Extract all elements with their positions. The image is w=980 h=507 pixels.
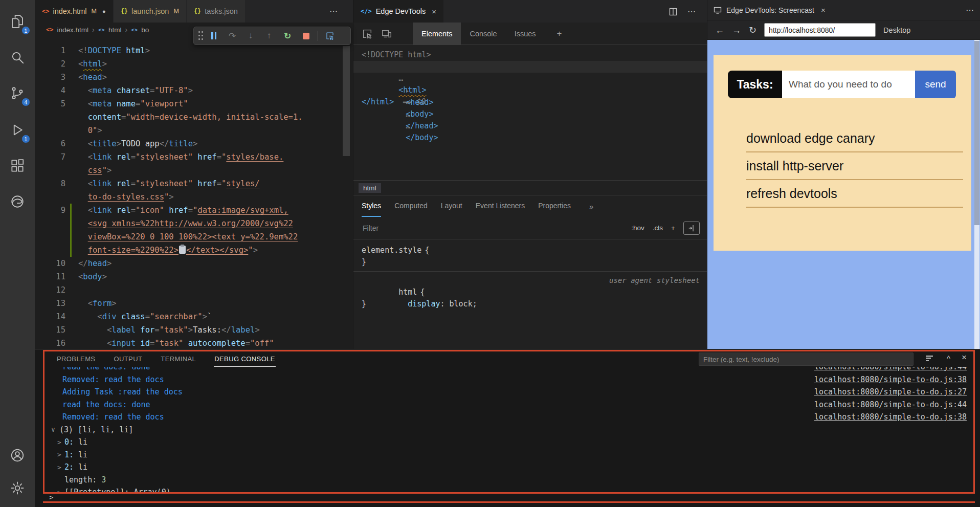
style-declaration[interactable]: display: block;	[353, 286, 707, 298]
dom-head-row[interactable]: ▸ <head> … </head>	[353, 73, 707, 84]
expand-arrow-icon[interactable]: >	[55, 464, 63, 471]
code-line[interactable]: 3<head>	[35, 71, 353, 84]
code-line[interactable]: 14 <div class="searchbar">`	[35, 310, 353, 323]
code-line[interactable]: 8 <link rel="stylesheet" href="styles/	[35, 177, 353, 190]
send-button[interactable]: send	[915, 71, 956, 98]
code-line[interactable]: 6 <title>TODO app</title>	[35, 137, 353, 150]
tab-debug-console[interactable]: DEBUG CONSOLE	[214, 350, 276, 367]
console-output[interactable]: read the docs: donelocalhost:8080/simple…	[45, 367, 972, 493]
pause-button[interactable]	[206, 28, 221, 43]
tab-problems[interactable]: PROBLEMS	[56, 350, 96, 367]
more-actions-icon[interactable]: ⋯	[966, 5, 974, 15]
todo-item[interactable]: download edge canary	[746, 129, 963, 152]
console-source-link[interactable]: localhost:8080/simple-to-do.js:38	[814, 375, 972, 384]
tab-tasks-json[interactable]: {} tasks.json	[187, 0, 246, 23]
code-line[interactable]: to-do-styles.css">	[35, 190, 353, 204]
expand-arrow-icon[interactable]: ▸	[406, 85, 413, 97]
close-icon[interactable]: ×	[821, 6, 826, 14]
inspect-button[interactable]	[322, 28, 338, 43]
dom-html-row[interactable]: … <html> == $0	[353, 61, 707, 73]
breadcrumb-body[interactable]: bo	[141, 26, 149, 34]
split-editor-icon[interactable]	[669, 8, 677, 16]
explorer-icon[interactable]: 1	[0, 9, 35, 34]
forward-icon[interactable]: →	[732, 26, 741, 35]
console-source-link[interactable]: localhost:8080/simple-to-do.js:27	[814, 387, 972, 396]
todo-item[interactable]: install http-server	[746, 157, 963, 180]
code-line[interactable]: 5 <meta name="viewport"	[35, 97, 353, 111]
dom-breadcrumb-html[interactable]: html	[359, 183, 381, 193]
settings-gear-icon[interactable]	[0, 476, 35, 500]
step-into-button[interactable]: ↓	[243, 28, 258, 43]
pseudo-class-button[interactable]: .cls	[653, 224, 663, 232]
expand-arrow-icon[interactable]: >	[55, 451, 63, 458]
tab-console[interactable]: Console	[461, 23, 505, 45]
tab-event-listeners[interactable]: Event Listeners	[476, 195, 525, 217]
device-emulation-icon[interactable]	[381, 28, 392, 39]
code-line[interactable]: <svg xmlns=%22http://www.w3.org/2000/svg…	[35, 217, 353, 230]
tab-edge-devtools[interactable]: </> Edge DevTools ×	[353, 0, 443, 23]
task-input[interactable]: What do you need to do	[782, 71, 915, 98]
page-scrollbar-thumb[interactable]	[974, 41, 979, 225]
screencast-viewport[interactable]: Tasks: What do you need to do send downl…	[707, 40, 980, 349]
style-rule-html[interactable]: html{ user agent stylesheet	[353, 275, 707, 286]
filter-lines-icon[interactable]	[926, 356, 933, 362]
breadcrumb-file[interactable]: index.html	[57, 26, 88, 34]
console-filter-input[interactable]	[699, 352, 914, 366]
new-style-rule-button[interactable]: +	[671, 224, 675, 232]
tab-terminal[interactable]: TERMINAL	[160, 350, 196, 367]
tab-styles[interactable]: Styles	[362, 195, 381, 217]
account-icon[interactable]	[0, 443, 35, 468]
tab-computed[interactable]: Computed	[394, 195, 428, 217]
todo-item[interactable]: refresh devtools	[746, 184, 963, 208]
close-panel-icon[interactable]: ×	[962, 352, 967, 363]
console-source-link[interactable]: localhost:8080/simple-to-do.js:44	[814, 367, 972, 371]
edge-devtools-icon[interactable]	[0, 189, 35, 214]
code-line[interactable]: 2<html>	[35, 57, 353, 71]
step-over-button[interactable]: ↷	[225, 28, 240, 43]
style-rule-element[interactable]: element.style{	[353, 245, 707, 256]
console-source-link[interactable]: localhost:8080/simple-to-do.js:44	[814, 400, 972, 409]
add-tab-icon[interactable]: +	[557, 29, 562, 39]
code-line[interactable]: content="width=device-width, initial-sca…	[35, 111, 353, 124]
source-control-icon[interactable]: 4	[0, 81, 35, 105]
code-editor[interactable]: 1<!DOCTYPE html>2<html>3<head>4 <meta ch…	[35, 37, 353, 349]
restart-button[interactable]: ↻	[280, 28, 295, 43]
step-out-button[interactable]: ↑	[261, 28, 277, 43]
breadcrumb-html[interactable]: html	[108, 26, 122, 34]
close-icon[interactable]: ×	[432, 7, 436, 16]
tab-output[interactable]: OUTPUT	[113, 350, 143, 367]
code-line[interactable]: 1<!DOCTYPE html>	[35, 44, 353, 57]
tab-actions-more-icon[interactable]: ⋯	[329, 6, 338, 16]
code-line[interactable]: 12	[35, 283, 353, 297]
code-line[interactable]: 7 <link rel="stylesheet" href="styles/ba…	[35, 150, 353, 164]
code-line[interactable]: 9 <link rel="icon" href="data:image/svg+…	[35, 204, 353, 217]
search-icon[interactable]	[0, 45, 35, 70]
code-line[interactable]: css">	[35, 164, 353, 177]
reload-icon[interactable]: ↻	[749, 26, 756, 35]
toggle-sidebar-button[interactable]	[683, 222, 700, 235]
maximize-panel-icon[interactable]: ^	[947, 354, 950, 363]
run-debug-icon[interactable]: 1	[0, 118, 35, 142]
tab-index-html[interactable]: <> index.html M ●	[35, 0, 114, 23]
code-line[interactable]: font-size=%2290%22></text></svg>">	[35, 244, 353, 257]
expand-arrow-icon[interactable]: >	[55, 489, 63, 493]
overflow-chevrons-icon[interactable]: »	[589, 195, 593, 217]
editor-scrollbar[interactable]	[343, 46, 350, 156]
tab-issues[interactable]: Issues	[506, 23, 545, 45]
back-icon[interactable]: ←	[715, 26, 724, 35]
code-line[interactable]: 4 <meta charset="UTF-8">	[35, 84, 353, 97]
tab-launch-json[interactable]: {} launch.json M	[114, 0, 187, 23]
code-line[interactable]: 16 <input id="task" autocomplete="off"	[35, 337, 353, 349]
editor-actions-more-icon[interactable]: ⋯	[687, 7, 696, 16]
code-line[interactable]: 11<body>	[35, 270, 353, 283]
tab-layout[interactable]: Layout	[441, 195, 462, 217]
code-line[interactable]: 15 <label for="task">Tasks:</label>	[35, 323, 353, 337]
code-line[interactable]: 10</head>	[35, 257, 353, 270]
code-line[interactable]: viewBox=%220 0 100 100%22><text y=%22.9e…	[35, 230, 353, 244]
stop-button[interactable]	[298, 28, 314, 43]
expand-arrow-icon[interactable]: ▸	[406, 97, 413, 108]
tab-properties[interactable]: Properties	[538, 195, 571, 217]
tab-elements[interactable]: Elements	[413, 23, 461, 45]
console-prompt[interactable]: >	[49, 493, 53, 501]
pseudo-hover-button[interactable]: :hov	[631, 224, 644, 232]
